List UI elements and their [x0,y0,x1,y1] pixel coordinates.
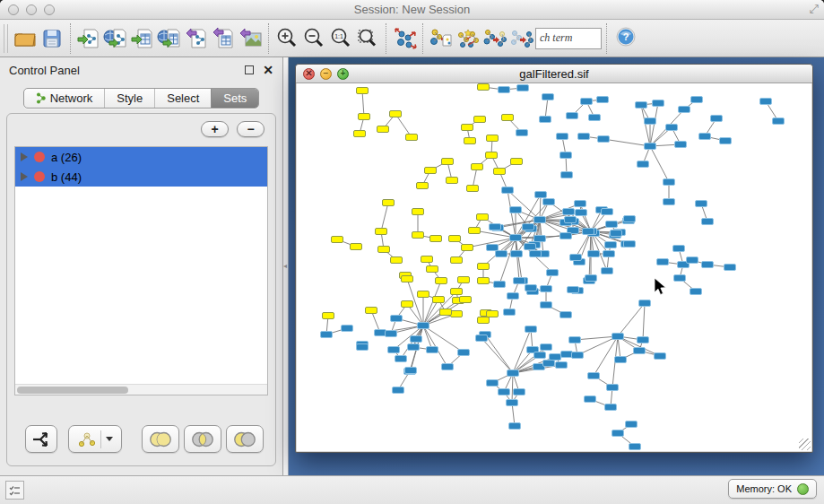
network-node-blue[interactable] [655,353,666,360]
network-node-blue[interactable] [560,312,572,318]
network-node-blue[interactable] [724,265,736,271]
network-node-blue[interactable] [576,210,587,216]
horizontal-scrollbar[interactable] [15,384,267,395]
network-node-yellow[interactable] [412,232,424,239]
network-node-yellow[interactable] [378,247,390,253]
network-node-yellow[interactable] [436,278,447,284]
network-node-blue[interactable] [516,130,528,136]
network-node-blue[interactable] [386,331,397,337]
network-node-yellow[interactable] [486,152,498,159]
import-table-web-button[interactable] [156,24,183,53]
network-node-blue[interactable] [581,99,593,105]
network-node-blue[interactable] [597,97,609,103]
network-node-yellow[interactable] [406,135,418,141]
network-node-yellow[interactable] [478,264,490,270]
network-node-yellow[interactable] [402,276,413,282]
network-node-blue[interactable] [342,326,353,332]
network-node-blue[interactable] [588,251,600,257]
network-node-blue[interactable] [702,262,714,268]
network-node-blue[interactable] [675,142,687,148]
network-canvas[interactable] [297,83,811,451]
network-node-blue[interactable] [699,134,711,140]
network-node-yellow[interactable] [323,313,334,319]
network-node-blue[interactable] [653,100,664,107]
network-node-blue[interactable] [525,326,537,333]
network-window-titlebar[interactable]: ✕ − + galFiltered.sif [296,65,812,83]
network-node-blue[interactable] [393,387,404,394]
network-node-blue[interactable] [674,275,686,282]
expander-icon[interactable] [21,152,28,161]
search-input[interactable] [535,28,602,49]
network-node-yellow[interactable] [502,115,514,121]
network-node-blue[interactable] [476,335,488,342]
network-node-blue[interactable] [321,332,333,338]
network-node-blue[interactable] [603,251,615,257]
network-node-blue[interactable] [543,199,555,205]
network-node-blue[interactable] [556,362,568,369]
network-node-yellow[interactable] [359,114,370,120]
network-node-yellow[interactable] [464,138,476,144]
network-node-yellow[interactable] [462,125,473,131]
network-node-yellow[interactable] [332,237,343,243]
network-node-blue[interactable] [638,337,649,343]
network-node-yellow[interactable] [440,309,452,316]
network-node-blue[interactable] [605,242,617,248]
network-node-blue[interactable] [570,255,582,261]
network-node-yellow[interactable] [377,126,389,133]
split-sets-button[interactable] [25,425,57,453]
network-node-yellow[interactable] [487,311,499,317]
network-node-blue[interactable] [568,287,579,293]
network-node-blue[interactable] [567,113,578,119]
network-node-blue[interactable] [405,368,417,374]
network-node-blue[interactable] [499,389,510,395]
intersection-sets-button[interactable] [184,425,221,453]
network-node-yellow[interactable] [383,200,395,206]
import-network-file-button[interactable] [75,24,102,53]
apply-preferred-layout-button[interactable] [391,24,418,53]
network-node-blue[interactable] [645,118,656,125]
network-node-blue[interactable] [458,350,470,356]
network-node-blue[interactable] [509,423,521,430]
network-node-blue[interactable] [583,229,594,235]
network-node-blue[interactable] [664,199,675,205]
export-network-button[interactable] [183,24,210,53]
zoom-out-button[interactable] [300,24,327,53]
network-node-yellow[interactable] [511,159,523,165]
network-node-blue[interactable] [585,396,596,403]
network-node-yellow[interactable] [442,159,454,165]
network-node-yellow[interactable] [462,245,473,251]
network-node-blue[interactable] [418,323,429,329]
network-node-yellow[interactable] [451,289,463,295]
network-node-blue[interactable] [535,192,547,198]
network-node-yellow[interactable] [354,131,366,137]
network-node-blue[interactable] [507,293,519,300]
network-node-blue[interactable] [391,316,403,322]
network-node-blue[interactable] [575,201,586,207]
network-node-blue[interactable] [624,216,636,222]
union-sets-button[interactable] [142,425,179,453]
network-node-blue[interactable] [523,224,534,230]
sets-list[interactable]: a (26)b (44) [14,146,268,395]
save-session-button[interactable] [39,24,65,53]
network-node-yellow[interactable] [449,236,461,242]
network-node-yellow[interactable] [478,317,490,324]
network-node-blue[interactable] [442,364,454,370]
network-node-blue[interactable] [541,344,552,351]
network-node-blue[interactable] [687,257,698,264]
export-image-button[interactable] [237,24,264,53]
network-node-blue[interactable] [541,286,552,292]
network-node-blue[interactable] [720,138,732,144]
network-node-blue[interactable] [408,344,420,351]
network-node-blue[interactable] [563,209,575,215]
network-node-yellow[interactable] [421,256,433,263]
float-panel-icon[interactable] [245,65,254,74]
network-node-blue[interactable] [612,334,624,340]
network-node-blue[interactable] [666,125,678,131]
network-node-blue[interactable] [525,285,537,291]
select-first-neighbors-button[interactable] [455,24,481,53]
network-node-blue[interactable] [639,300,651,307]
network-node-yellow[interactable] [467,186,479,192]
network-node-blue[interactable] [588,373,600,379]
window-resize-grip[interactable] [799,439,811,450]
network-node-blue[interactable] [607,385,619,391]
